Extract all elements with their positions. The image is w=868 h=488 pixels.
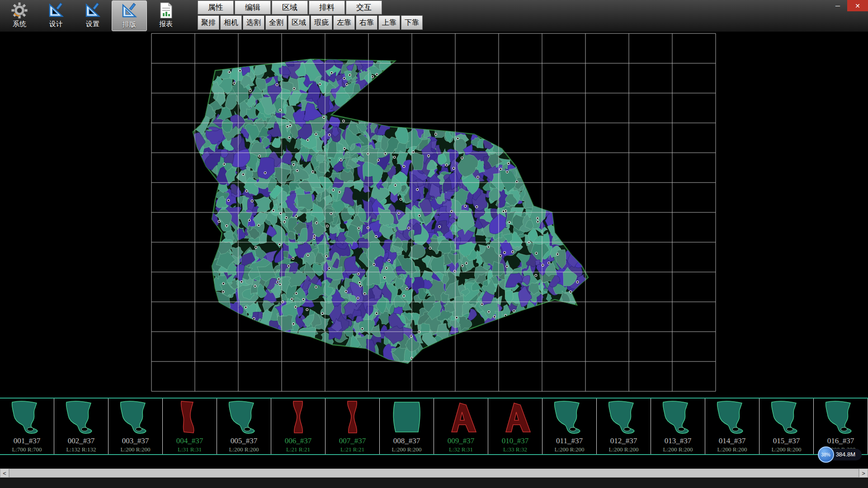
tray-piece[interactable]: 009_#37L:32 R:31 — [434, 399, 488, 454]
piece-id: 003_#37 — [122, 436, 149, 446]
tray-piece[interactable]: 015_#37L:200 R:200 — [760, 399, 814, 454]
piece-id: 008_#37 — [393, 436, 420, 446]
tool-select-cut[interactable]: 选割 — [243, 15, 264, 30]
piece-thumbnail — [274, 399, 323, 436]
launcher-label: 排版 — [123, 20, 136, 29]
piece-sizes: L:200 R:200 — [392, 446, 421, 453]
launcher-label: 系统 — [13, 20, 26, 28]
ribbon: 系统 设计 设置 — [0, 0, 868, 32]
piece-sizes: L:200 R:200 — [229, 446, 259, 453]
launcher-report[interactable]: 报表 — [148, 0, 184, 31]
set-square-icon — [84, 1, 102, 19]
tray-piece[interactable]: 004_#37L:31 R:31 — [163, 399, 217, 454]
piece-id: 006_#37 — [285, 436, 312, 446]
tray-piece[interactable]: 010_#37L:33 R:32 — [488, 399, 542, 454]
piece-sizes: L:200 R:200 — [120, 446, 150, 453]
tray-piece[interactable]: 005_#37L:200 R:200 — [217, 399, 271, 454]
tab-edit[interactable]: 编辑 — [235, 0, 271, 14]
piece-sizes: L:200 R:200 — [771, 446, 801, 453]
tool-camera[interactable]: 相机 — [220, 15, 242, 30]
tool-align-bottom[interactable]: 下靠 — [401, 15, 423, 30]
window-controls: ─ ✕ — [828, 0, 868, 11]
tray-piece[interactable]: 008_#37L:200 R:200 — [380, 399, 434, 454]
tray-piece[interactable]: 001_#37L:700 R:700 — [0, 399, 54, 454]
ribbon-menu: 属性 编辑 区域 排料 交互 聚排 相机 选割 全割 区域 瑕疵 左靠 右靠 上… — [198, 0, 424, 32]
piece-id: 002_#37 — [68, 436, 95, 446]
nesting-scene — [0, 32, 868, 398]
launcher-settings[interactable]: 设置 — [75, 0, 110, 31]
set-square-icon — [120, 2, 138, 20]
tray-piece[interactable]: 006_#37L:21 R:21 — [271, 399, 326, 454]
piece-thumbnail — [816, 399, 866, 436]
launcher-label: 设置 — [86, 20, 99, 28]
scrollbar-thumb[interactable] — [9, 469, 859, 478]
scroll-right-button[interactable]: > — [859, 469, 868, 478]
piece-thumbnail — [708, 399, 757, 436]
status-badge: 38% 384.8M — [818, 446, 862, 463]
piece-sizes: L:31 R:31 — [178, 446, 202, 453]
scroll-left-button[interactable]: < — [0, 469, 9, 478]
piece-id: 016_#37 — [827, 436, 854, 446]
piece-id: 004_#37 — [176, 436, 203, 446]
tool-cluster-nest[interactable]: 聚排 — [198, 15, 219, 30]
tray-piece[interactable]: 007_#37L:21 R:21 — [326, 399, 380, 454]
tool-buttons: 聚排 相机 选割 全割 区域 瑕疵 左靠 右靠 上靠 下靠 — [198, 15, 424, 31]
menu-tabs: 属性 编辑 区域 排料 交互 — [198, 0, 424, 15]
tray-piece[interactable]: 012_#37L:200 R:200 — [597, 399, 651, 454]
piece-thumbnail — [762, 399, 811, 436]
piece-sizes: L:200 R:200 — [663, 446, 693, 453]
piece-id: 014_#37 — [719, 436, 746, 446]
piece-id: 007_#37 — [339, 436, 366, 446]
minimize-button[interactable]: ─ — [828, 0, 847, 11]
piece-id: 005_#37 — [231, 436, 258, 446]
launcher-bar: 系统 设计 设置 — [0, 0, 187, 32]
tool-align-top[interactable]: 上靠 — [378, 15, 400, 30]
tray-piece[interactable]: 003_#37L:200 R:200 — [108, 399, 163, 454]
piece-thumbnail — [2, 399, 52, 436]
piece-thumbnail — [436, 399, 486, 436]
piece-thumbnail — [57, 399, 106, 436]
tab-nesting[interactable]: 排料 — [309, 0, 345, 14]
piece-thumbnail — [382, 399, 432, 436]
piece-thumbnail — [545, 399, 594, 436]
tool-defect[interactable]: 瑕疵 — [311, 15, 332, 30]
set-square-icon — [47, 1, 65, 19]
piece-thumbnail — [491, 399, 540, 436]
piece-thumbnail — [111, 399, 160, 436]
close-button[interactable]: ✕ — [847, 0, 868, 11]
nested-pieces — [186, 50, 587, 371]
piece-thumbnail — [599, 399, 649, 436]
scrollbar-track[interactable] — [9, 469, 859, 478]
nesting-canvas[interactable] — [0, 32, 868, 398]
tool-align-left[interactable]: 左靠 — [333, 15, 355, 30]
tray-piece[interactable]: 013_#37L:200 R:200 — [651, 399, 705, 454]
tray-piece[interactable]: 011_#37L:200 R:200 — [542, 399, 597, 454]
piece-sizes: L:700 R:700 — [12, 446, 42, 453]
tab-properties[interactable]: 属性 — [198, 0, 234, 14]
tray-piece[interactable]: 014_#37L:200 R:200 — [705, 399, 760, 454]
launcher-system[interactable]: 系统 — [2, 0, 37, 31]
piece-id: 012_#37 — [610, 436, 637, 446]
launcher-label: 设计 — [49, 20, 63, 28]
tool-cut-all[interactable]: 全割 — [265, 15, 287, 30]
piece-sizes: L:33 R:32 — [503, 446, 527, 453]
tab-interaction[interactable]: 交互 — [346, 0, 382, 14]
tool-align-right[interactable]: 右靠 — [356, 15, 377, 30]
gear-icon — [10, 1, 28, 19]
progress-indicator: 38% — [818, 446, 834, 463]
tool-zone[interactable]: 区域 — [288, 15, 310, 30]
piece-thumbnail — [328, 399, 377, 436]
piece-sizes: L:200 R:200 — [609, 446, 638, 453]
tray-piece[interactable]: 002_#37L:132 R:132 — [54, 399, 108, 454]
launcher-nesting[interactable]: 排版 — [112, 0, 147, 31]
report-document-icon — [157, 1, 175, 19]
piece-id: 015_#37 — [773, 436, 800, 446]
launcher-label: 报表 — [159, 20, 173, 28]
tray-piece[interactable]: 016_#37L:200 R:200 — [814, 399, 868, 454]
launcher-design[interactable]: 设计 — [38, 0, 74, 31]
bottom-strip — [0, 478, 868, 488]
piece-sizes: L:21 R:21 — [286, 446, 310, 453]
piece-sizes: L:132 R:132 — [66, 446, 96, 453]
piece-sizes: L:21 R:21 — [340, 446, 364, 453]
tab-region[interactable]: 区域 — [272, 0, 308, 14]
